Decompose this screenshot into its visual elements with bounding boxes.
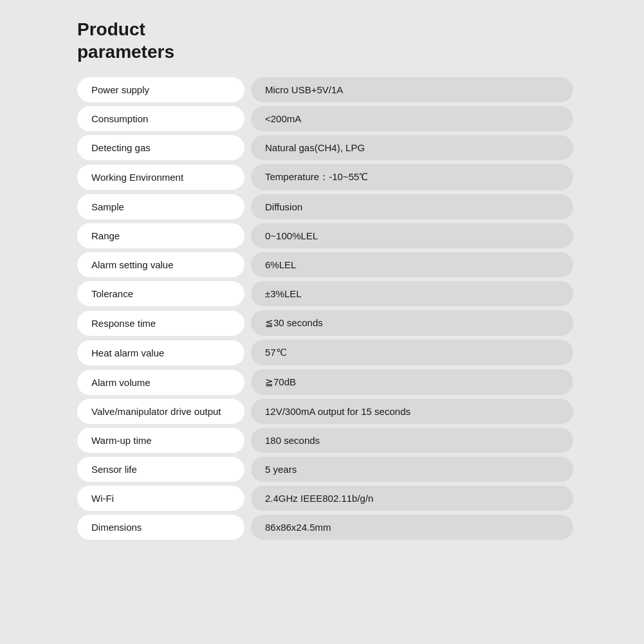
param-value: 2.4GHz IEEE802.11b/g/n [251, 486, 573, 511]
param-value: Micro USB+5V/1A [251, 77, 573, 102]
param-label: Power supply [77, 77, 244, 102]
table-row: Power supplyMicro USB+5V/1A [77, 77, 573, 102]
param-value: Temperature：-10~55℃ [251, 164, 573, 190]
params-table: Power supplyMicro USB+5V/1AConsumption<2… [77, 77, 573, 540]
param-label: Sensor life [77, 457, 244, 482]
table-row: Heat alarm value57℃ [77, 340, 573, 365]
table-row: SampleDiffusion [77, 194, 573, 219]
param-label: Tolerance [77, 281, 244, 306]
param-label: Response time [77, 311, 244, 336]
param-value: ≦30 seconds [251, 310, 573, 336]
table-row: Sensor life5 years [77, 457, 573, 482]
param-label: Detecting gas [77, 135, 244, 160]
param-value: Diffusion [251, 194, 573, 219]
param-value: ≧70dB [251, 369, 573, 395]
table-row: Wi-Fi2.4GHz IEEE802.11b/g/n [77, 486, 573, 511]
table-row: Range0~100%LEL [77, 223, 573, 248]
param-value: 86x86x24.5mm [251, 515, 573, 540]
table-row: Detecting gasNatural gas(CH4), LPG [77, 135, 573, 160]
table-row: Alarm setting value6%LEL [77, 252, 573, 277]
param-value: 6%LEL [251, 252, 573, 277]
table-row: Warm-up time180 seconds [77, 428, 573, 453]
param-label: Alarm volume [77, 370, 244, 395]
param-label: Dimensions [77, 515, 244, 540]
page-title: Product parameters [77, 18, 573, 63]
param-label: Sample [77, 194, 244, 219]
param-value: 57℃ [251, 340, 573, 365]
param-label: Wi-Fi [77, 486, 244, 511]
param-value: 180 seconds [251, 428, 573, 453]
table-row: Tolerance±3%LEL [77, 281, 573, 306]
table-row: Alarm volume≧70dB [77, 369, 573, 395]
table-row: Response time≦30 seconds [77, 310, 573, 336]
param-value: ±3%LEL [251, 281, 573, 306]
param-label: Heat alarm value [77, 340, 244, 365]
param-label: Valve/manipulator drive output [77, 399, 244, 424]
param-value: 0~100%LEL [251, 223, 573, 248]
param-value: 12V/300mA output for 15 seconds [251, 399, 573, 424]
param-label: Range [77, 223, 244, 248]
table-row: Working EnvironmentTemperature：-10~55℃ [77, 164, 573, 190]
param-value: 5 years [251, 457, 573, 482]
table-row: Valve/manipulator drive output12V/300mA … [77, 399, 573, 424]
param-label: Alarm setting value [77, 252, 244, 277]
page-container: Product parameters Power supplyMicro USB… [0, 0, 644, 644]
table-row: Consumption<200mA [77, 106, 573, 131]
table-row: Dimensions86x86x24.5mm [77, 515, 573, 540]
param-label: Working Environment [77, 165, 244, 190]
param-value: <200mA [251, 106, 573, 131]
param-value: Natural gas(CH4), LPG [251, 135, 573, 160]
param-label: Consumption [77, 106, 244, 131]
param-label: Warm-up time [77, 428, 244, 453]
